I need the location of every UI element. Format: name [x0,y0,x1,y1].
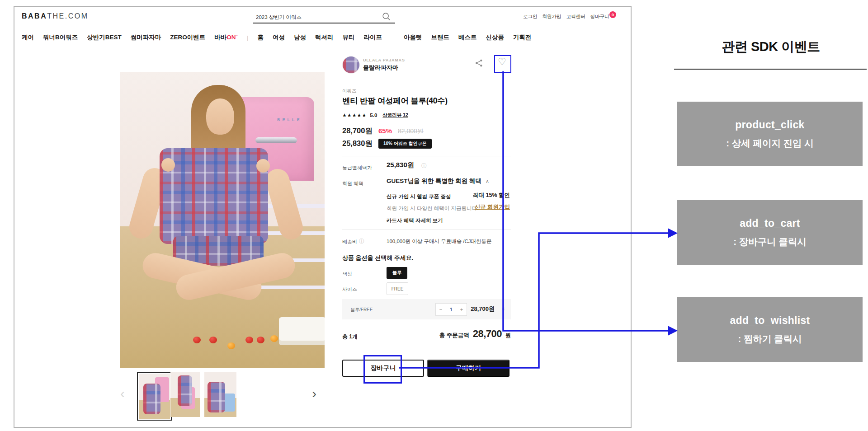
order-total-value: 28,700 [473,328,502,340]
order-total-label: 총 주문금액 [439,332,469,339]
tomato [245,337,253,343]
coupon-badge: 10% 어워즈 할인쿠폰 [378,139,432,149]
order-total-unit: 원 [505,332,511,339]
signup-link[interactable]: 신규 회원가입 [475,203,510,211]
color-option-label: 색상 [342,271,352,277]
gallery-thumbnail-1-selected[interactable] [137,372,172,421]
remove-option-icon[interactable]: × [501,305,505,312]
quantity-plus-button[interactable]: + [457,304,467,315]
benefit-signup-text: 회원 가입 시 다양한 혜택이 지급됩니다. [387,205,478,212]
card-benefit-link[interactable]: 카드사 혜택 자세히 보기 [387,217,443,224]
nav-item-home[interactable]: 홈 [258,33,264,42]
on-text: ON˚ [226,34,238,41]
nav-item-zero-event[interactable]: ZERO이벤트 [170,33,205,42]
nav-divider: | [247,34,249,41]
sdk-panel-title: 관련 SDK 이벤트 [675,38,867,56]
quantity-stepper: − 1 + [435,303,467,316]
nav-item-summer-pajama[interactable]: 썸머파자마 [131,33,161,42]
site-logo[interactable]: BABATHE.COM [22,12,89,20]
chevron-up-icon: ∧ [486,178,489,184]
thumbnail-image [204,372,236,417]
brand-name-en: ULLALA PAJAMAS [363,58,405,62]
sdk-event-name: add_to_wishlist [730,314,810,327]
nav-item-brand[interactable]: 브랜드 [431,33,450,42]
sdk-event-name: add_to_cart [740,217,800,230]
divider [342,230,511,230]
plaid-pajama-shirt [160,148,268,244]
model-left-hand [161,158,175,172]
rating-row: ★★★★★ 5.0 상품리뷰 12 [342,112,408,118]
cart-count-badge[interactable]: 0 [609,11,616,18]
gallery-prev-arrow[interactable]: ‹ [120,386,125,401]
quantity-minus-button[interactable]: − [436,304,446,315]
member-benefit-label: 회원 혜택 [342,180,363,187]
brand-name-kr[interactable]: 울랄라파자마 [363,64,398,72]
signup-link[interactable]: 회원가입 [542,14,561,20]
buy-now-button[interactable]: 구매하기 [427,360,509,377]
search-input[interactable]: 2023 상반기 어워즈 [256,14,302,21]
brand-avatar[interactable] [342,56,360,74]
nav-item-life[interactable]: 라이프 [364,33,382,42]
nav-item-new[interactable]: 신상품 [486,33,505,42]
product-photo: BELLE [120,72,325,368]
order-total: 총 주문금액 28,700 원 [439,328,511,340]
sdk-event-desc: : 상세 페이지 진입 시 [726,137,814,150]
info-icon[interactable]: ⓘ [421,162,427,170]
nav-item-care[interactable]: 케어 [22,33,34,42]
sdk-event-name: product_click [735,119,804,131]
search-icon[interactable] [382,12,391,21]
logo-light: THE.COM [47,12,88,20]
tomato-orange [270,335,278,342]
nav-item-plan[interactable]: 기획전 [513,33,532,42]
star-rating-icons: ★★★★★ [342,112,367,118]
gallery-thumbnail-3[interactable] [204,372,236,417]
customer-center-link[interactable]: 고객센터 [566,14,585,20]
tier-price-label: 등급별혜택가 [342,164,372,171]
sdk-event-desc: : 찜하기 클릭시 [738,333,802,345]
discount-percent: 65% [378,127,392,135]
color-chip-blue[interactable]: 블루 [387,267,407,279]
nav-item-best[interactable]: 베스트 [458,33,477,42]
shipping-label: 배송비 [342,239,357,245]
review-count-link[interactable]: 상품리뷰 12 [382,112,408,118]
member-benefit-heading: GUEST님을 위한 특별한 회원 혜택 [387,177,481,185]
total-item-count: 총 1개 [342,333,358,341]
fridge-handle [255,137,297,143]
quantity-value: 1 [446,304,457,315]
size-option-label: 사이즈 [342,286,357,293]
member-benefit-accordion[interactable]: GUEST님을 위한 특별한 회원 혜택 ∧ [387,177,489,185]
nav-item-women[interactable]: 여성 [273,33,285,42]
gallery-thumbnail-2[interactable] [170,372,200,417]
sale-price: 28,700원 [342,126,373,136]
nav-item-baba-on[interactable]: 바바ON˚ [214,33,238,42]
nav-item-beauty[interactable]: 뷰티 [343,33,355,42]
login-link[interactable]: 로그인 [523,14,538,20]
share-icon[interactable] [474,58,484,68]
selected-option-price: 28,700원 [471,305,495,313]
benefit-max-discount-text: 최대 15% 할인 [473,192,510,199]
thumbnail-image [170,372,200,417]
price-row-original: 28,700원 65% 82,000원 [342,126,424,136]
selected-option-row: 블루/FREE − 1 + 28,700원 × [342,299,511,319]
rating-score: 5.0 [370,112,377,118]
benefit-welcome-coupon-text: 신규 가입 시 웰컴 쿠폰 증정 [387,193,451,200]
nav-item-outlet[interactable]: 아울렛 [404,33,422,42]
nav-item-luxury[interactable]: 럭셔리 [315,33,334,42]
nav-item-wanna-b-awards[interactable]: 워너B어워즈 [43,33,78,42]
nav-item-men[interactable]: 남성 [294,33,306,42]
baba-text: 바바 [214,34,226,41]
logo-bold: BABA [22,12,47,20]
nav-item-half-year-best[interactable]: 상반기BEST [87,33,122,42]
cart-link[interactable]: 장바구니 [590,14,609,20]
annotated-screenshot-canvas: BABATHE.COM 2023 상반기 어워즈 로그인 회원가입 고객센터 장… [0,0,868,431]
selected-option-name: 블루/FREE [350,307,373,313]
annotation-box-wishlist [494,55,511,73]
tomato [193,337,201,343]
sdk-event-add-to-wishlist: add_to_wishlist : 찜하기 클릭시 [677,297,863,362]
coupon-price: 25,830원 [342,139,373,149]
sdk-title-underline [674,69,867,70]
model-right-hand [256,159,270,173]
gallery-next-arrow[interactable]: › [312,386,316,401]
info-icon[interactable]: ⓘ [359,238,364,245]
size-chip-free[interactable]: FREE [387,282,408,295]
